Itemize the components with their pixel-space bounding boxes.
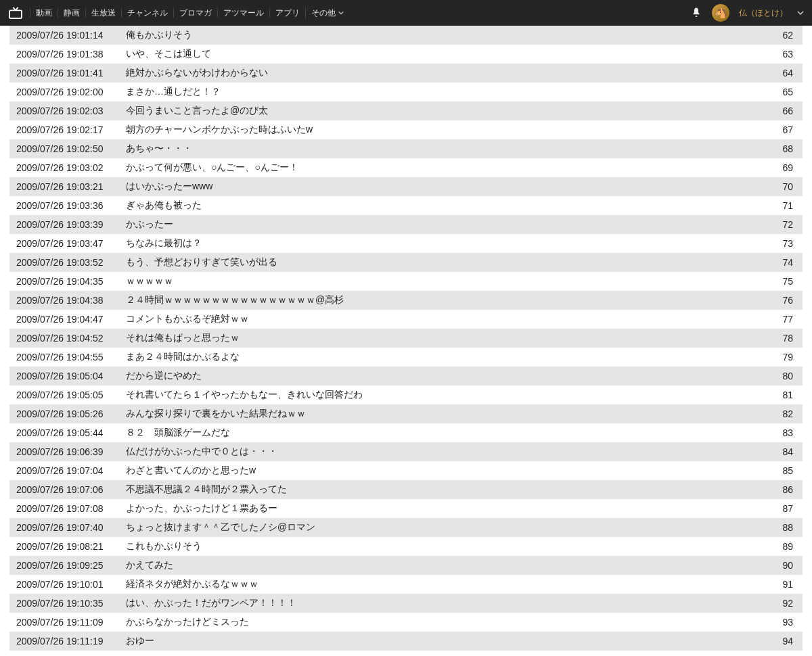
user-avatar[interactable]: 🐴 — [712, 4, 729, 22]
table-row[interactable]: 2009/07/26 19:05:26みんな探り探りで裏をかいた結果だねｗｗ82 — [9, 404, 803, 423]
topbar-left: 動画 静画 生放送 チャンネル ブロマガ アツマール アプリ その他 — [8, 7, 690, 19]
cell-comment-text: ぎゃあ俺も被った — [123, 200, 769, 212]
cell-timestamp: 2009/07/26 19:02:00 — [9, 87, 123, 97]
table-row[interactable]: 2009/07/26 19:03:21はいかぶったーwww70 — [9, 177, 803, 196]
table-row[interactable]: 2009/07/26 19:03:02かぶって何が悪い、○んごー、○んごー！69 — [9, 158, 803, 177]
cell-comment-text: みんな探り探りで裏をかいた結果だねｗｗ — [123, 408, 769, 420]
cell-comment-text: 朝方のチャーハンボケかぶった時はふいたw — [123, 124, 769, 136]
table-row[interactable]: 2009/07/26 19:04:35ｗｗｗｗｗ75 — [9, 272, 803, 291]
cell-timestamp: 2009/07/26 19:03:21 — [9, 181, 123, 192]
table-row[interactable]: 2009/07/26 19:01:41絶対かぶらないがわけわからない64 — [9, 64, 803, 83]
nav-atsumaru[interactable]: アツマール — [217, 8, 269, 18]
cell-timestamp: 2009/07/26 19:01:41 — [9, 68, 123, 78]
cell-number: 78 — [769, 333, 803, 344]
table-row[interactable]: 2009/07/26 19:10:01経済ネタが絶対かぶるなｗｗｗ91 — [9, 575, 803, 594]
cell-timestamp: 2009/07/26 19:02:50 — [9, 143, 123, 154]
table-row[interactable]: 2009/07/26 19:04:55まあ２４時間はかぶるよな79 — [9, 348, 803, 367]
table-row[interactable]: 2009/07/26 19:01:38いや、そこは通して63 — [9, 45, 803, 64]
nav-video[interactable]: 動画 — [30, 8, 58, 18]
cell-comment-text: ｗｗｗｗｗ — [123, 275, 769, 287]
topbar-right: 🐴 仏（ほとけ） — [690, 4, 804, 22]
table-row[interactable]: 2009/07/26 19:06:39仏だけがかぶった中で０とは・・・84 — [9, 442, 803, 461]
table-row[interactable]: 2009/07/26 19:08:21これもかぶりそう89 — [9, 537, 803, 556]
nav-live[interactable]: 生放送 — [85, 8, 121, 18]
nav-app[interactable]: アプリ — [269, 8, 305, 18]
cell-number: 79 — [769, 352, 803, 362]
site-logo-icon[interactable] — [8, 7, 23, 19]
cell-comment-text: それ書いてたら１イやったかもなー、きれいな回答だわ — [123, 389, 769, 401]
table-row[interactable]: 2009/07/26 19:04:38２４時間ｗｗｗｗｗｗｗｗｗｗｗｗｗｗｗｗ@… — [9, 291, 803, 310]
cell-comment-text: これもかぶりそう — [123, 540, 769, 553]
cell-comment-text: 経済ネタが絶対かぶるなｗｗｗ — [123, 578, 769, 590]
cell-timestamp: 2009/07/26 19:09:25 — [9, 560, 123, 571]
cell-timestamp: 2009/07/26 19:07:04 — [9, 465, 123, 476]
table-row[interactable]: 2009/07/26 19:11:19おゆー94 — [9, 632, 803, 651]
cell-timestamp: 2009/07/26 19:06:39 — [9, 446, 123, 457]
table-row[interactable]: 2009/07/26 19:09:25かえてみた90 — [9, 556, 803, 575]
cell-comment-text: まあ２４時間はかぶるよな — [123, 351, 769, 363]
cell-comment-text: それは俺もぱっと思ったｗ — [123, 332, 769, 344]
notification-bell-icon[interactable] — [690, 7, 702, 19]
cell-timestamp: 2009/07/26 19:07:08 — [9, 503, 123, 514]
nav-blomaga[interactable]: ブロマガ — [173, 8, 217, 18]
cell-number: 90 — [769, 560, 803, 571]
cell-comment-text: ２４時間ｗｗｗｗｗｗｗｗｗｗｗｗｗｗｗｗ@高杉 — [123, 294, 769, 306]
table-row[interactable]: 2009/07/26 19:03:52もう、予想どおりすぎて笑いが出る74 — [9, 253, 803, 272]
table-row[interactable]: 2009/07/26 19:07:08よかった、かぶったけど１票あるー87 — [9, 499, 803, 518]
cell-comment-text: 仏だけがかぶった中で０とは・・・ — [123, 446, 769, 458]
cell-timestamp: 2009/07/26 19:04:38 — [9, 295, 123, 306]
table-row[interactable]: 2009/07/26 19:11:09かぶらなかったけどミスった93 — [9, 613, 803, 632]
table-row[interactable]: 2009/07/26 19:07:04わざと書いてんのかと思ったw85 — [9, 461, 803, 480]
cell-comment-text: いや、そこは通して — [123, 48, 769, 60]
table-row[interactable]: 2009/07/26 19:03:36ぎゃあ俺も被った71 — [9, 196, 803, 215]
table-row[interactable]: 2009/07/26 19:04:52それは俺もぱっと思ったｗ78 — [9, 329, 803, 348]
cell-number: 62 — [769, 30, 803, 41]
table-row[interactable]: 2009/07/26 19:04:47コメントもかぶるぞ絶対ｗｗ77 — [9, 310, 803, 329]
cell-comment-text: はい、かぶった！だがワンペア！！！！ — [123, 597, 769, 609]
username-label[interactable]: 仏（ほとけ） — [739, 7, 788, 19]
cell-number: 94 — [769, 636, 803, 647]
cell-timestamp: 2009/07/26 19:03:36 — [9, 200, 123, 211]
table-row[interactable]: 2009/07/26 19:05:04だから逆にやめた80 — [9, 367, 803, 385]
cell-timestamp: 2009/07/26 19:05:26 — [9, 408, 123, 419]
cell-comment-text: かえてみた — [123, 559, 769, 571]
cell-number: 72 — [769, 219, 803, 230]
cell-number: 75 — [769, 276, 803, 287]
cell-timestamp: 2009/07/26 19:04:47 — [9, 314, 123, 325]
comment-table: 2009/07/26 19:01:14俺もかぶりそう622009/07/26 1… — [9, 26, 803, 651]
table-row[interactable]: 2009/07/26 19:03:47ちなみに最初は？73 — [9, 234, 803, 253]
table-row[interactable]: 2009/07/26 19:03:39かぶったー72 — [9, 215, 803, 234]
cell-timestamp: 2009/07/26 19:03:02 — [9, 162, 123, 173]
table-row[interactable]: 2009/07/26 19:05:05それ書いてたら１イやったかもなー、きれいな… — [9, 385, 803, 404]
cell-timestamp: 2009/07/26 19:10:01 — [9, 579, 123, 590]
cell-comment-text: もう、予想どおりすぎて笑いが出る — [123, 256, 769, 268]
table-row[interactable]: 2009/07/26 19:10:35はい、かぶった！だがワンペア！！！！92 — [9, 594, 803, 613]
table-row[interactable]: 2009/07/26 19:01:14俺もかぶりそう62 — [9, 26, 803, 45]
cell-timestamp: 2009/07/26 19:02:03 — [9, 106, 123, 116]
cell-number: 66 — [769, 106, 803, 116]
table-row[interactable]: 2009/07/26 19:02:17朝方のチャーハンボケかぶった時はふいたw6… — [9, 120, 803, 139]
nav-channel[interactable]: チャンネル — [121, 8, 173, 18]
cell-comment-text: おゆー — [123, 635, 769, 647]
table-row[interactable]: 2009/07/26 19:02:03今回うまいこと言ったよ@のび太66 — [9, 101, 803, 120]
table-row[interactable]: 2009/07/26 19:07:40ちょっと抜けます＾＾乙でしたノシ@ロマン8… — [9, 518, 803, 537]
table-row[interactable]: 2009/07/26 19:07:06不思議不思議２４時間が２票入ってた86 — [9, 480, 803, 499]
table-row[interactable]: 2009/07/26 19:05:44８２ 頭脳派ゲームだな83 — [9, 423, 803, 442]
user-chevron-down-icon[interactable] — [797, 9, 804, 16]
chevron-down-icon — [338, 10, 344, 16]
cell-timestamp: 2009/07/26 19:07:40 — [9, 522, 123, 533]
cell-number: 81 — [769, 390, 803, 400]
cell-timestamp: 2009/07/26 19:03:47 — [9, 238, 123, 249]
cell-number: 80 — [769, 371, 803, 381]
cell-number: 74 — [769, 257, 803, 268]
cell-timestamp: 2009/07/26 19:05:04 — [9, 371, 123, 381]
cell-timestamp: 2009/07/26 19:05:44 — [9, 427, 123, 438]
cell-number: 68 — [769, 143, 803, 154]
table-row[interactable]: 2009/07/26 19:02:50あちゃ〜・・・68 — [9, 139, 803, 158]
cell-comment-text: まさか…通しだと！？ — [123, 86, 769, 98]
nav-other[interactable]: その他 — [305, 7, 349, 19]
cell-number: 85 — [769, 465, 803, 476]
nav-seiga[interactable]: 静画 — [58, 8, 85, 18]
table-row[interactable]: 2009/07/26 19:02:00まさか…通しだと！？65 — [9, 83, 803, 101]
cell-timestamp: 2009/07/26 19:01:38 — [9, 49, 123, 60]
